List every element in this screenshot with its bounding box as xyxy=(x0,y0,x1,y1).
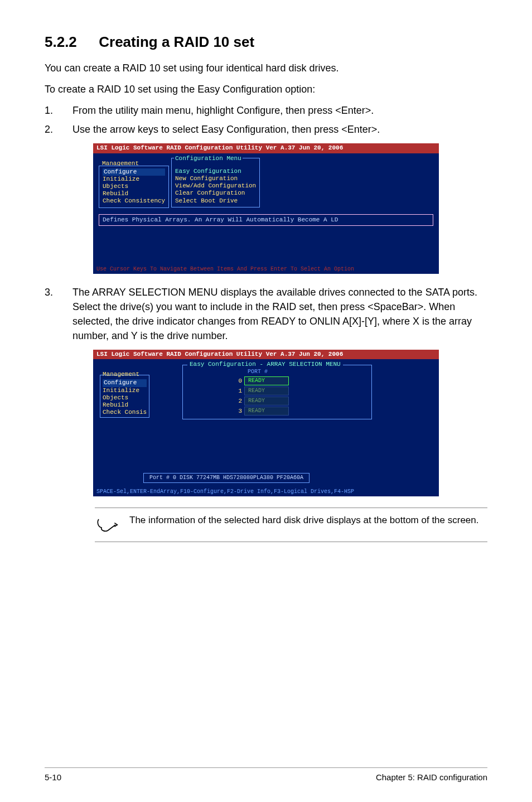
bios-titlebar: LSI Logic Software RAID Configuration Ut… xyxy=(93,143,439,153)
section-heading: 5.2.2 Creating a RAID 10 set xyxy=(45,33,487,51)
step-number: 2. xyxy=(45,122,72,137)
config-menu-title: Configuration Menu xyxy=(174,155,243,162)
bios-help-bar: Use Cursor Keys To Navigate Between Item… xyxy=(93,265,439,274)
array-selection-menu: Easy Configuration - ARRAY SELECTION MEN… xyxy=(182,365,372,419)
drive-status: READY xyxy=(244,397,289,405)
management-menu: Management Configure Initialize Objects … xyxy=(100,375,149,418)
intro-paragraph-1: You can create a RAID 10 set using four … xyxy=(45,61,487,75)
drive-number: 1 xyxy=(231,388,242,395)
status-box: Defines Physical Arrays. An Array Will A… xyxy=(99,214,433,226)
note-icon xyxy=(95,514,119,536)
step-3: 3. The ARRAY SELECTION MENU displays the… xyxy=(45,285,487,343)
drive-status: READY xyxy=(244,376,289,385)
port-info-box: Port # 0 DISK 77247MB HDS728080PLA380 PF… xyxy=(143,473,309,483)
bios-body: Management Configure Initialize Ubjects … xyxy=(93,153,439,265)
menu-item-new-configuration[interactable]: New Configuration xyxy=(175,175,256,182)
menu-item-check-consistency[interactable]: Check Consistency xyxy=(103,197,165,205)
menu-item-initialize[interactable]: Initialize xyxy=(103,387,147,394)
menu-item-check-consis[interactable]: Check Consis xyxy=(103,409,147,416)
menu-item-initialize[interactable]: Initialize xyxy=(103,176,165,183)
drive-status: READY xyxy=(244,386,289,395)
step-text: The ARRAY SELECTION MENU displays the av… xyxy=(72,285,487,343)
intro-paragraph-2: To create a RAID 10 set using the Easy C… xyxy=(45,82,487,96)
step-number: 1. xyxy=(45,103,72,118)
note-block: The information of the selected hard dis… xyxy=(95,508,487,542)
menu-item-objects[interactable]: Objects xyxy=(103,394,147,402)
menu-item-configure[interactable]: Configure xyxy=(103,379,147,386)
drive-status: READY xyxy=(244,407,289,416)
page-number: 5-10 xyxy=(45,772,61,782)
menu-item-objects[interactable]: Ubjects xyxy=(103,183,165,190)
bios-help-bar: SPACE-Sel,ENTER-EndArray,F10-Configure,F… xyxy=(93,487,439,496)
menu-item-rebuild[interactable]: Rebuild xyxy=(103,402,147,409)
menu-item-view-add-configuration[interactable]: View/Add Configuration xyxy=(175,182,256,190)
drive-number: 0 xyxy=(231,378,242,385)
menu-item-easy-configuration[interactable]: Easy Configuration xyxy=(175,168,256,175)
drive-row[interactable]: 0 READY xyxy=(231,376,368,385)
step-1: 1. From the utility main menu, highlight… xyxy=(45,103,487,118)
management-menu: Configure Initialize Ubjects Rebuild Che… xyxy=(99,166,169,208)
sidebar-label: Management xyxy=(103,371,147,378)
bios-body: Management Configure Initialize Objects … xyxy=(93,359,439,487)
step-text: From the utility main menu, highlight Co… xyxy=(72,103,487,118)
drive-number: 3 xyxy=(231,408,242,415)
note-text: The information of the selected hard dis… xyxy=(129,514,479,527)
bios-screenshot-1: LSI Logic Software RAID Configuration Ut… xyxy=(93,143,439,273)
array-menu-title: Easy Configuration - ARRAY SELECTION MEN… xyxy=(187,361,343,368)
menu-item-configure[interactable]: Configure xyxy=(103,168,165,176)
step-number: 3. xyxy=(45,285,72,343)
port-header: PORT # xyxy=(248,369,368,375)
drive-number: 2 xyxy=(231,398,242,405)
menu-item-clear-configuration[interactable]: Clear Configuration xyxy=(175,190,256,197)
menu-item-select-boot-drive[interactable]: Select Boot Drive xyxy=(175,197,256,205)
chapter-label: Chapter 5: RAID configuration xyxy=(376,772,487,782)
bios-titlebar: LSI Logic Software RAID Configuration Ut… xyxy=(93,350,439,359)
section-title: Creating a RAID 10 set xyxy=(99,33,254,50)
page-footer: 5-10 Chapter 5: RAID configuration xyxy=(45,767,487,782)
drive-row[interactable]: 1 READY xyxy=(231,386,368,395)
menu-item-rebuild[interactable]: Rebuild xyxy=(103,190,165,197)
section-number: 5.2.2 xyxy=(45,33,95,51)
configuration-menu: Configuration Menu Easy Configuration Ne… xyxy=(171,158,260,207)
drive-row[interactable]: 2 READY xyxy=(231,397,368,405)
drive-row[interactable]: 3 READY xyxy=(231,407,368,416)
step-text: Use the arrow keys to select Easy Config… xyxy=(72,122,487,137)
step-2: 2. Use the arrow keys to select Easy Con… xyxy=(45,122,487,137)
bios-screenshot-2: LSI Logic Software RAID Configuration Ut… xyxy=(93,350,439,496)
